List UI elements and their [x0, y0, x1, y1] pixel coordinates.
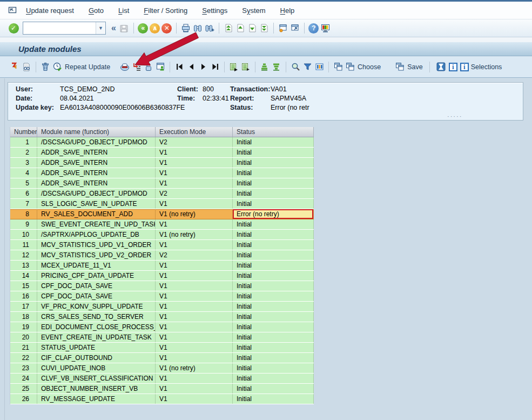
clock-check-icon — [52, 62, 63, 72]
new-session-button[interactable] — [277, 22, 289, 34]
goto-module-button[interactable] — [131, 61, 143, 73]
back-button[interactable]: « — [137, 22, 149, 34]
table-row[interactable]: 17VF_PRC_KONV_SUPPL_UPDATEV1Initial — [10, 302, 314, 312]
transaction-value: VA01 — [271, 85, 287, 93]
set-columns-button[interactable] — [313, 61, 325, 73]
cancel-button[interactable]: ✕ — [161, 22, 173, 34]
selections-button[interactable]: i Selections — [460, 63, 502, 71]
cell-status: Initial — [233, 250, 314, 260]
table-row[interactable]: 6/DSCSAG/UPD_OBJECT_UPDMODV2Initial — [10, 189, 314, 199]
save-selections-button[interactable]: Save — [395, 62, 423, 72]
table-row[interactable]: 15CPF_DOC_DATA_SAVEV1Initial — [10, 281, 314, 291]
table-row[interactable]: 20EVENT_CREATE_IN_UPDATE_TASKV1Initial — [10, 332, 314, 343]
display-list-button[interactable] — [228, 61, 240, 73]
repeat-update-button[interactable]: Repeat Update — [52, 62, 110, 72]
sort-descending-button[interactable] — [271, 61, 282, 73]
cell-status: Initial — [233, 271, 314, 281]
cell-mod: /DSCSAG/UPD_OBJECT_UPDMOD — [37, 189, 156, 198]
collapse-field-button[interactable]: « — [111, 23, 116, 33]
previous-page-button[interactable] — [234, 22, 246, 34]
table-row[interactable]: 22CIF_CLAF_OUTBOUNDV1Initial — [10, 353, 314, 363]
table-body: 1/DSCSAG/UPD_OBJECT_UPDMODV2Initial2ADDR… — [10, 137, 314, 404]
table-row[interactable]: 19EDI_DOCUMENT_CLOSE_PROCESS_...V1Initia… — [10, 322, 314, 332]
column-header-module-name-function-[interactable]: Module name (function) — [37, 127, 156, 137]
continue-button[interactable]: ✓ — [8, 22, 19, 34]
table-row[interactable]: 3ADDR_SAVE_INTERNV1Initial — [10, 158, 314, 168]
table-row[interactable]: 9SWE_EVENT_CREATE_IN_UPD_TASKV1Initial — [10, 219, 314, 230]
table-row[interactable]: 8RV_SALES_DOCUMENT_ADDV1 (no retry)Error… — [10, 209, 314, 219]
first-page-button[interactable] — [223, 22, 234, 34]
table-row[interactable]: 25OBJECT_NUMBER_INSERT_VBV1Initial — [10, 384, 314, 394]
client-label: Client: — [177, 85, 198, 93]
last-record-button[interactable] — [209, 61, 221, 73]
table-row[interactable]: 11MCV_STATISTICS_UPD_V1_ORDERV1Initial — [10, 240, 314, 250]
column-header-number[interactable]: Number — [10, 127, 37, 137]
next-page-button[interactable] — [246, 22, 258, 34]
table-row[interactable]: 7SLS_LOGIC_SAVE_IN_UPDATEV1Initial — [10, 199, 314, 209]
system-toolbar: ✓ ▼ « « ∧ ✕ — [0, 19, 532, 37]
binoculars-plus-icon — [205, 23, 214, 33]
table-row[interactable]: 2ADDR_SAVE_INTERNV1Initial — [10, 148, 314, 158]
date-value: 08.04.2021 — [60, 95, 94, 102]
table-row[interactable]: 10/SAPTRX/APPLOG_UPDATE_DBV1 (no retry)I… — [10, 230, 314, 240]
print-record-button[interactable] — [119, 61, 131, 73]
last-page-button[interactable] — [258, 22, 270, 34]
unlock-button[interactable] — [143, 61, 154, 73]
update-time-button[interactable] — [435, 61, 447, 73]
user-value: TCS_DEMO_2ND — [60, 85, 115, 93]
find-next-button[interactable] — [204, 22, 216, 34]
first-record-button[interactable] — [173, 61, 185, 73]
table-row[interactable]: 4ADDR_SAVE_INTERNV1Initial — [10, 168, 314, 178]
user-window-icon — [156, 62, 166, 72]
previous-record-button[interactable] — [185, 61, 197, 73]
command-dropdown-button[interactable]: ▼ — [96, 22, 105, 34]
help-button[interactable]: ? — [308, 22, 320, 34]
info-button[interactable]: i — [447, 61, 459, 73]
display-record-button[interactable] — [21, 61, 32, 73]
search-button[interactable] — [289, 61, 301, 73]
delete-button[interactable] — [39, 61, 51, 73]
cell-num: 11 — [10, 240, 37, 250]
cell-status: Initial — [233, 363, 314, 373]
create-shortcut-button[interactable] — [289, 22, 301, 34]
splitter-handle[interactable]: ····· — [447, 113, 462, 119]
cell-status: Error (no retry) — [233, 209, 314, 219]
screen-menu-icon[interactable] — [6, 4, 18, 16]
print-list-button[interactable] — [240, 61, 252, 73]
menu-settings[interactable]: Settings — [202, 6, 227, 15]
table-row[interactable]: 12MCV_STATISTICS_UPD_V2_ORDERV2Initial — [10, 250, 314, 261]
update-records-button[interactable] — [9, 61, 21, 73]
choose-detail-button[interactable] — [332, 61, 344, 73]
filter-button[interactable] — [301, 61, 313, 73]
table-row[interactable]: 26RV_MESSAGE_UPDATEV1Initial — [10, 394, 314, 404]
exit-button[interactable]: ∧ — [149, 22, 161, 34]
choose-button[interactable]: Choose — [345, 62, 381, 72]
menu-update-request[interactable]: Update request — [26, 6, 74, 15]
find-button[interactable] — [192, 22, 204, 34]
next-record-button[interactable] — [197, 61, 209, 73]
table-row[interactable]: 5ADDR_SAVE_INTERNV1Initial — [10, 178, 314, 189]
column-header-status[interactable]: Status — [233, 127, 314, 137]
menu-filter-sorting[interactable]: Filter / Sorting — [144, 6, 187, 15]
table-row[interactable]: 18CRS_SALES_SEND_TO_SERVERV1Initial — [10, 312, 314, 322]
table-row[interactable]: 13MCEX_UPDATE_11_V1V1Initial — [10, 261, 314, 271]
cell-num: 15 — [10, 281, 37, 291]
customize-layout-button[interactable] — [320, 22, 332, 34]
table-row[interactable]: 14PRICING_CPF_DATA_UPDATEV1Initial — [10, 271, 314, 281]
table-row[interactable]: 23CUVI_UPDATE_INOBV1 (no retry)Initial — [10, 363, 314, 374]
last-page-icon — [259, 23, 269, 33]
command-field[interactable] — [23, 23, 96, 33]
menu-goto[interactable]: Goto — [89, 6, 104, 15]
session-user-button[interactable] — [154, 61, 166, 73]
menu-list[interactable]: List — [118, 6, 129, 15]
table-row[interactable]: 1/DSCSAG/UPD_OBJECT_UPDMODV2Initial — [10, 137, 314, 148]
transaction-label: Transaction: — [230, 85, 270, 93]
print-button[interactable] — [180, 22, 192, 34]
menu-system[interactable]: System — [242, 6, 265, 15]
table-row[interactable]: 24CLVF_VB_INSERT_CLASSIFICATIONV1Initial — [10, 374, 314, 384]
column-header-execution-mode[interactable]: Execution Mode — [156, 127, 233, 137]
table-row[interactable]: 21STATUS_UPDATEV1Initial — [10, 343, 314, 353]
sort-ascending-button[interactable] — [259, 61, 271, 73]
table-row[interactable]: 16CPF_DOC_DATA_SAVEV1Initial — [10, 291, 314, 302]
menu-help[interactable]: Help — [280, 6, 295, 15]
